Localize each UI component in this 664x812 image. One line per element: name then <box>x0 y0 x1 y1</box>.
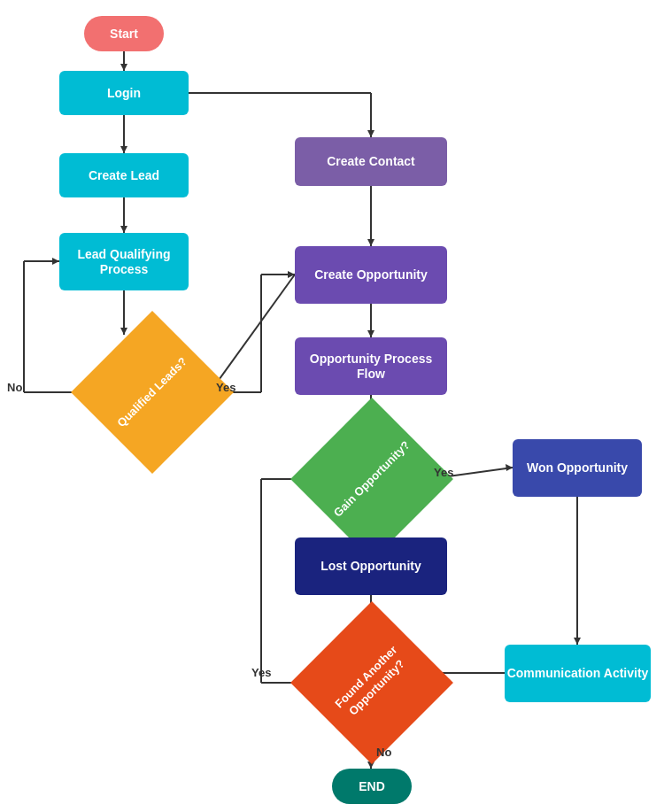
won-opportunity-node: Won Opportunity <box>513 439 642 497</box>
login-node: Login <box>59 71 189 115</box>
yes3-label: Yes <box>251 666 271 679</box>
no1-label: No <box>7 381 22 394</box>
create-lead-node: Create Lead <box>59 153 189 197</box>
qualified-leads-diamond: Qualified Leads? <box>95 335 210 450</box>
svg-marker-11 <box>52 258 59 265</box>
lost-opportunity-node: Lost Opportunity <box>295 537 447 595</box>
svg-marker-1 <box>120 64 127 71</box>
found-another-diamond: Found Another Opportunity? <box>314 625 429 740</box>
gain-opportunity-diamond: Gain Opportunity? <box>314 421 429 537</box>
svg-marker-3 <box>120 146 127 153</box>
svg-marker-27 <box>506 464 513 471</box>
communication-activity-node: Communication Activity <box>505 645 651 702</box>
svg-marker-5 <box>120 226 127 233</box>
start-node: Start <box>84 16 164 51</box>
flowchart: Start Login Create Lead Lead Qualifying … <box>0 0 664 812</box>
svg-line-15 <box>210 275 295 392</box>
end-node: END <box>332 769 412 804</box>
svg-marker-21 <box>367 239 374 246</box>
svg-marker-19 <box>288 271 295 278</box>
yes2-label: Yes <box>434 466 453 479</box>
gain-opportunity-label: Gain Opportunity? <box>330 437 413 520</box>
yes1-label: Yes <box>216 381 235 394</box>
svg-marker-14 <box>367 130 374 137</box>
create-opportunity-node: Create Opportunity <box>295 246 447 304</box>
no2-label: No <box>376 746 391 759</box>
found-another-label: Found Another Opportunity? <box>320 631 423 734</box>
svg-marker-33 <box>574 638 581 645</box>
svg-marker-23 <box>367 330 374 337</box>
opportunity-flow-node: Opportunity Process Flow <box>295 337 447 395</box>
lead-qualifying-node: Lead Qualifying Process <box>59 233 189 290</box>
qualified-leads-label: Qualified Leads? <box>114 354 190 430</box>
svg-marker-7 <box>120 328 127 335</box>
create-contact-node: Create Contact <box>295 137 447 186</box>
